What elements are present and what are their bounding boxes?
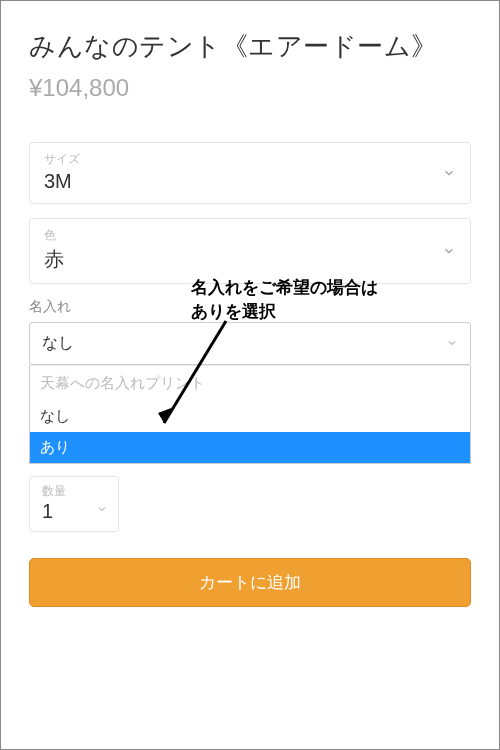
chevron-down-icon	[442, 244, 456, 258]
naming-option-none[interactable]: なし	[30, 401, 470, 432]
chevron-down-icon	[446, 337, 458, 349]
product-price: ¥104,800	[29, 74, 471, 102]
chevron-down-icon	[442, 166, 456, 180]
chevron-down-icon	[96, 503, 108, 515]
naming-dropdown-header: 天幕への名入れプリント	[30, 366, 470, 401]
naming-selected-value: なし	[42, 334, 74, 351]
size-value: 3M	[44, 170, 456, 193]
naming-option-yes[interactable]: あり	[30, 432, 470, 463]
color-value: 赤	[44, 246, 456, 273]
color-select[interactable]: 色 赤	[29, 218, 471, 284]
add-to-cart-button[interactable]: カートに追加	[29, 558, 471, 607]
quantity-select[interactable]: 数量 1	[29, 476, 119, 532]
size-select[interactable]: サイズ 3M	[29, 142, 471, 204]
naming-dropdown: 天幕への名入れプリント なし あり	[29, 365, 471, 464]
annotation-text: 名入れをご希望の場合は ありを選択	[191, 276, 431, 324]
color-label: 色	[44, 227, 456, 244]
size-label: サイズ	[44, 151, 456, 168]
product-title: みんなのテント《エアードーム》	[29, 29, 471, 64]
naming-select[interactable]: なし	[29, 322, 471, 365]
quantity-label: 数量	[42, 483, 106, 500]
